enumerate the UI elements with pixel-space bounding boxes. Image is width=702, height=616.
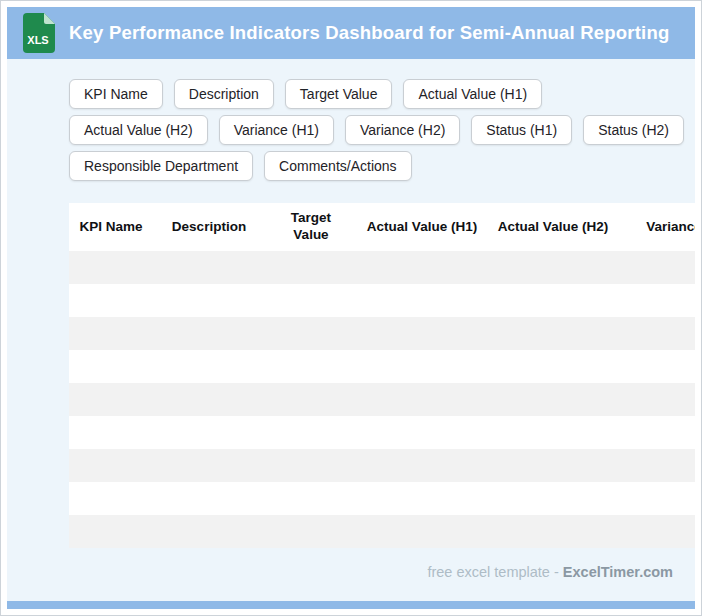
chip-kpi-name[interactable]: KPI Name: [69, 79, 163, 109]
chip-actual-value-h1[interactable]: Actual Value (H1): [403, 79, 542, 109]
col-header-target-value: Target Value: [265, 203, 357, 251]
table-row: [69, 350, 695, 383]
footer-brand-link[interactable]: ExcelTimer.com: [563, 564, 673, 580]
table-row: [69, 449, 695, 482]
footer-text: free excel template -: [427, 564, 558, 580]
col-header-actual-value-h2: Actual Value (H2): [487, 203, 619, 251]
bottom-accent-bar: [7, 601, 695, 609]
xls-icon-label: XLS: [27, 34, 48, 46]
xls-file-icon: XLS: [21, 13, 55, 53]
chip-description[interactable]: Description: [174, 79, 274, 109]
kpi-table-body: [69, 251, 695, 548]
table-row: [69, 383, 695, 416]
kpi-table-header: KPI Name Description Target Value Actual…: [69, 203, 695, 251]
col-header-kpi-name: KPI Name: [69, 203, 153, 251]
chip-variance-h2[interactable]: Variance (H2): [345, 115, 460, 145]
table-row: [69, 416, 695, 449]
header-row: KPI Name Description Target Value Actual…: [69, 203, 695, 251]
footer: free excel template - ExcelTimer.com: [7, 564, 673, 580]
chip-comments-actions[interactable]: Comments/Actions: [264, 151, 411, 181]
col-header-variance-h1: Variance (H1): [619, 203, 695, 251]
chip-actual-value-h2[interactable]: Actual Value (H2): [69, 115, 208, 145]
page-title: Key Performance Indicators Dashboard for…: [69, 22, 669, 44]
header: XLS Key Performance Indicators Dashboard…: [7, 7, 695, 59]
xls-file-icon-graphic: XLS: [21, 13, 55, 53]
chip-status-h1[interactable]: Status (H1): [471, 115, 572, 145]
content-area: KPI Name Description Target Value Actual…: [7, 59, 695, 601]
chip-status-h2[interactable]: Status (H2): [583, 115, 684, 145]
col-header-description: Description: [153, 203, 265, 251]
chip-responsible-department[interactable]: Responsible Department: [69, 151, 253, 181]
table-row: [69, 284, 695, 317]
table-row: [69, 251, 695, 284]
col-header-actual-value-h1: Actual Value (H1): [357, 203, 487, 251]
template-card: XLS Key Performance Indicators Dashboard…: [7, 7, 695, 609]
table-row: [69, 515, 695, 548]
chip-variance-h1[interactable]: Variance (H1): [219, 115, 334, 145]
table-row: [69, 482, 695, 515]
column-chip-list: KPI Name Description Target Value Actual…: [69, 79, 685, 181]
page-frame: XLS Key Performance Indicators Dashboard…: [0, 0, 702, 616]
kpi-table: KPI Name Description Target Value Actual…: [69, 203, 695, 548]
table-row: [69, 317, 695, 350]
chip-target-value[interactable]: Target Value: [285, 79, 393, 109]
kpi-table-wrap: KPI Name Description Target Value Actual…: [69, 203, 695, 548]
